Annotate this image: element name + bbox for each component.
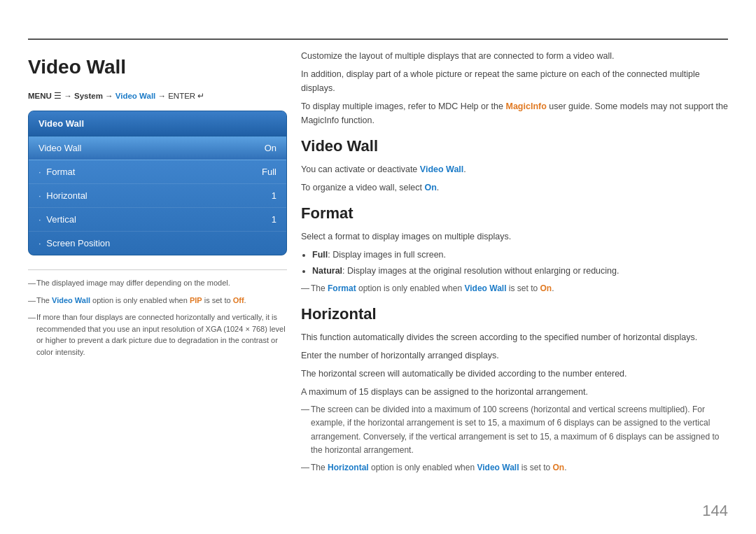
section-title-videowall: Video Wall — [301, 137, 728, 155]
menu-item-format[interactable]: · Format Full — [29, 160, 286, 184]
format-bullet-natural: Natural: Display images at the original … — [312, 264, 728, 278]
top-divider — [28, 38, 728, 40]
menu-item-videowall[interactable]: Video Wall On — [29, 136, 286, 160]
horizontal-para-2: Enter the number of horizontally arrange… — [301, 349, 728, 363]
menu-item-videowall-label: Video Wall — [38, 143, 81, 153]
menu-item-screenposition[interactable]: · Screen Position — [29, 232, 286, 255]
intro-line-1: Customize the layout of multiple display… — [301, 49, 728, 63]
menu-label: MENU ☰ → System → Video Wall → ENTER ↵ — [28, 92, 204, 100]
note-1: The displayed image may differ depending… — [28, 277, 287, 289]
menu-panel-title: Video Wall — [29, 111, 286, 136]
note-3: If more than four displays are connected… — [28, 311, 287, 358]
menu-item-screenposition-label: · Screen Position — [38, 238, 110, 248]
menu-item-vertical-value: 1 — [272, 214, 276, 225]
horizontal-para-4: A maximum of 15 displays can be assigned… — [301, 385, 728, 399]
videowall-para-1: You can activate or deactivate Video Wal… — [301, 162, 728, 176]
page-title: Video Wall — [28, 56, 287, 78]
menu-item-horizontal-label: · Horizontal — [38, 190, 88, 201]
page-number: 144 — [702, 502, 728, 520]
menu-item-videowall-value: On — [265, 143, 276, 153]
horizontal-para-1: This function automatically divides the … — [301, 330, 728, 344]
horizontal-note-1: The screen can be divided into a maximum… — [301, 403, 728, 457]
section-title-horizontal: Horizontal — [301, 305, 728, 323]
intro-line-2: In addition, display part of a whole pic… — [301, 67, 728, 95]
horizontal-para-3: The horizontal screen will automatically… — [301, 367, 728, 381]
videowall-para-2: To organize a video wall, select On. — [301, 181, 728, 195]
menu-item-format-label: · Format — [38, 167, 75, 177]
note-2: The Video Wall option is only enabled wh… — [28, 295, 287, 307]
format-para-1: Select a format to display images on mul… — [301, 230, 728, 244]
menu-item-vertical-label: · Vertical — [38, 214, 76, 225]
horizontal-note-2: The Horizontal option is only enabled wh… — [301, 461, 728, 475]
format-note: The Format option is only enabled when V… — [301, 282, 728, 295]
menu-panel: Video Wall Video Wall On · Format Full ·… — [28, 111, 287, 255]
format-bullet-list: Full: Display images in full screen. Nat… — [312, 248, 728, 278]
format-bullet-full: Full: Display images in full screen. — [312, 248, 728, 262]
notes-section: The displayed image may differ depending… — [28, 269, 287, 358]
menu-item-vertical[interactable]: · Vertical 1 — [29, 208, 286, 232]
left-column: Video Wall MENU ☰ → System → Video Wall … — [28, 49, 287, 506]
menu-item-horizontal[interactable]: · Horizontal 1 — [29, 184, 286, 208]
menu-item-horizontal-value: 1 — [272, 190, 276, 201]
right-column: Customize the layout of multiple display… — [301, 49, 728, 506]
menu-path: MENU ☰ → System → Video Wall → ENTER ↵ — [28, 91, 287, 101]
section-title-format: Format — [301, 204, 728, 223]
intro-line-3: To display multiple images, refer to MDC… — [301, 99, 728, 127]
menu-item-format-value: Full — [262, 167, 276, 177]
